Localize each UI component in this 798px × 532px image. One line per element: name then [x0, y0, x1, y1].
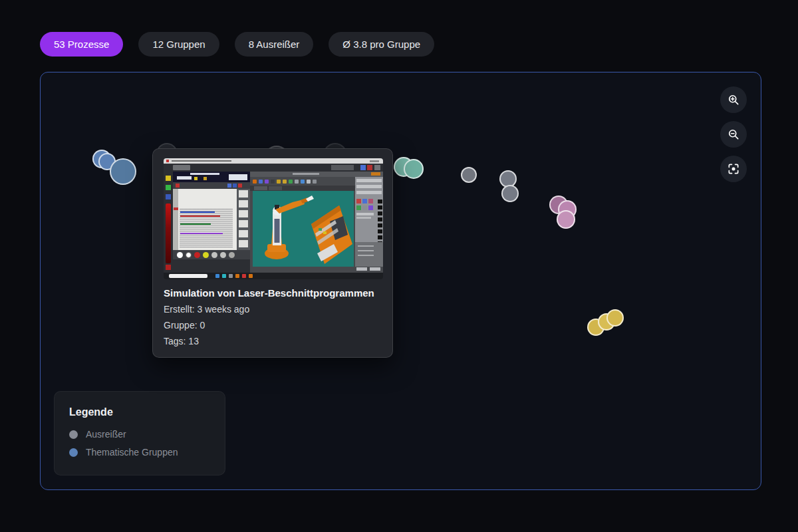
legend-title: Legende [69, 406, 210, 418]
legend-item-thematic: Thematische Gruppen [69, 447, 210, 458]
cluster-node[interactable] [501, 185, 519, 202]
fit-view-icon [727, 162, 740, 176]
zoom-out-icon [727, 128, 740, 141]
legend-item-label: Ausreißer [86, 429, 126, 440]
cluster-node[interactable] [110, 158, 136, 185]
badge-avg-per-group[interactable]: Ø 3.8 pro Gruppe [329, 32, 434, 57]
robot-graphic [253, 191, 354, 267]
app-root: 53 Prozesse 12 Gruppen 8 Ausreißer Ø 3.8… [0, 0, 798, 532]
stats-bar: 53 Prozesse 12 Gruppen 8 Ausreißer Ø 3.8… [40, 32, 434, 57]
zoom-out-button[interactable] [720, 121, 747, 148]
badge-outliers[interactable]: 8 Ausreißer [235, 32, 314, 57]
legend-box: Legende Ausreißer Thematische Gruppen [54, 391, 225, 475]
legend-item-outliers: Ausreißer [69, 429, 210, 440]
cluster-node[interactable] [461, 167, 477, 183]
badge-groups[interactable]: 12 Gruppen [138, 32, 219, 57]
badge-processes[interactable]: 53 Prozesse [40, 32, 123, 57]
thumb-3d-viewport [253, 191, 354, 267]
tooltip-title: Simulation von Laser-Beschnittprogrammen [164, 287, 382, 299]
cluster-node[interactable] [404, 159, 424, 179]
tooltip-tags: Tags: 13 [164, 336, 382, 346]
thumb-taskbar [164, 273, 383, 279]
zoom-in-button[interactable] [720, 86, 747, 113]
zoom-in-icon [727, 93, 740, 106]
tooltip-group: Gruppe: 0 [164, 320, 382, 331]
cluster-node[interactable] [606, 309, 624, 327]
process-thumbnail [164, 158, 383, 279]
process-tooltip-card: Simulation von Laser-Beschnittprogrammen… [152, 148, 393, 358]
thematic-dot-icon [69, 448, 78, 457]
tooltip-created: Erstellt: 3 weeks ago [164, 304, 382, 315]
cluster-map-panel[interactable]: Simulation von Laser-Beschnittprogrammen… [40, 72, 761, 490]
map-controls [720, 86, 747, 182]
fit-view-button[interactable] [720, 156, 747, 182]
outlier-dot-icon [69, 430, 78, 439]
legend-item-label: Thematische Gruppen [86, 447, 178, 458]
cluster-node[interactable] [557, 210, 575, 229]
